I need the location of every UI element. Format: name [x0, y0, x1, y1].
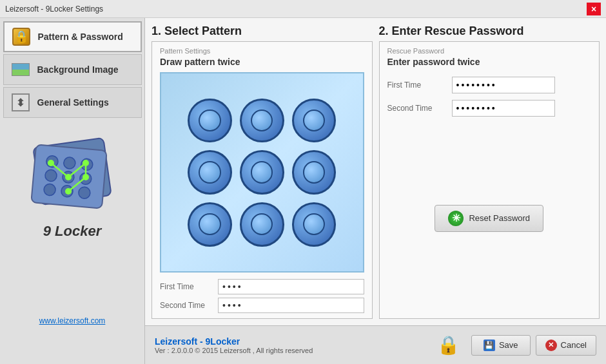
- password-panel-title: 2. Enter Rescue Password: [379, 24, 600, 38]
- save-label: Save: [499, 340, 518, 350]
- pattern-second-time-label: Second Time: [160, 301, 211, 310]
- app-name: 9 Locker: [43, 223, 102, 240]
- pattern-dot-inner-1: [199, 110, 220, 131]
- pattern-panel-title: 1. Select Pattern: [152, 24, 373, 38]
- company-name: Leizersoft - 9Locker: [155, 336, 313, 347]
- pattern-panel: 1. Select Pattern Pattern Settings Draw …: [152, 24, 373, 319]
- svg-point-21: [65, 174, 72, 180]
- lock-icon: [12, 28, 30, 46]
- logo-area: 9 Locker www.leizersoft.com: [17, 129, 127, 364]
- sidebar-item-label-pattern: Pattern & Password: [38, 32, 123, 42]
- pattern-dot-inner-3: [303, 110, 325, 131]
- pattern-dot-4[interactable]: [188, 150, 232, 195]
- pattern-group-box: Pattern Settings Draw pattern twice: [152, 41, 373, 319]
- pattern-dot-9[interactable]: [292, 202, 337, 247]
- pattern-grid-container[interactable]: [160, 72, 364, 273]
- pattern-dot-inner-6: [303, 161, 325, 183]
- svg-point-17: [43, 184, 56, 196]
- close-button[interactable]: ×: [587, 3, 601, 15]
- sidebar: Pattern & Password Background Image ⬍ Ge…: [0, 18, 145, 364]
- pattern-dot-inner-7: [199, 213, 220, 235]
- password-second-time-label: Second Time: [387, 104, 445, 113]
- sidebar-item-background[interactable]: Background Image: [3, 54, 142, 85]
- image-icon: [12, 63, 30, 76]
- pattern-first-time-row: First Time: [160, 279, 364, 294]
- pattern-second-time-row: Second Time: [160, 298, 364, 313]
- save-disk-icon: 💾: [484, 340, 495, 351]
- bottom-bar: Leizersoft - 9Locker Ver : 2.0.0.0 © 201…: [145, 325, 606, 364]
- rescue-legend: Rescue Password: [387, 47, 592, 55]
- pattern-subtitle: Draw pattern twice: [160, 57, 364, 67]
- background-icon-box: [10, 59, 31, 80]
- general-icon-box: ⬍: [10, 92, 31, 113]
- pattern-grid[interactable]: [188, 99, 336, 247]
- reset-star-icon: ✳: [448, 211, 464, 226]
- copyright-text: Ver : 2.0.0.0 © 2015 Leizersoft , All ri…: [155, 347, 313, 354]
- rescue-subtitle: Enter password twice: [387, 57, 592, 67]
- svg-point-24: [65, 188, 72, 195]
- app-logo: [17, 129, 127, 220]
- settings-icon: ⬍: [12, 93, 30, 111]
- pattern-dot-inner-4: [199, 161, 220, 183]
- pattern-dot-1[interactable]: [188, 99, 232, 143]
- cancel-button[interactable]: ✕ Cancel: [536, 335, 596, 356]
- bottom-left: Leizersoft - 9Locker Ver : 2.0.0.0 © 201…: [155, 336, 313, 354]
- pattern-dot-inner-2: [251, 110, 273, 131]
- pattern-dot-5[interactable]: [240, 150, 284, 195]
- pattern-icon-box: [11, 26, 32, 47]
- sidebar-item-pattern[interactable]: Pattern & Password: [3, 21, 142, 52]
- pattern-dot-inner-5: [251, 161, 273, 183]
- pattern-dot-6[interactable]: [292, 150, 337, 195]
- sidebar-item-label-general: General Settings: [37, 97, 109, 108]
- bottom-right: 🔒 💾 Save ✕ Cancel: [437, 334, 596, 356]
- window-title: Leizersoft - 9Locker Settings: [5, 5, 103, 14]
- pattern-inputs: First Time Second Time: [160, 279, 364, 313]
- rescue-group-box: Rescue Password Enter password twice Fir…: [379, 41, 600, 319]
- password-first-time-row: First Time: [387, 77, 592, 93]
- pattern-dot-2[interactable]: [240, 99, 284, 143]
- lock-bottom-icon: 🔒: [437, 334, 460, 356]
- content-area: 1. Select Pattern Pattern Settings Draw …: [145, 18, 606, 364]
- pattern-first-time-label: First Time: [160, 282, 211, 291]
- svg-point-23: [83, 174, 89, 180]
- cancel-x-icon: ✕: [545, 340, 557, 351]
- reset-password-button[interactable]: ✳ Reset Password: [435, 205, 543, 232]
- svg-point-20: [48, 160, 54, 166]
- svg-point-19: [78, 186, 91, 199]
- reset-btn-area: ✳ Reset Password: [387, 123, 592, 313]
- pattern-dot-inner-8: [251, 213, 273, 235]
- svg-point-22: [83, 160, 89, 166]
- reset-btn-label: Reset Password: [469, 213, 530, 223]
- pattern-second-time-input[interactable]: [218, 298, 364, 313]
- save-button[interactable]: 💾 Save: [471, 335, 531, 356]
- cancel-label: Cancel: [561, 340, 587, 350]
- pattern-dot-3[interactable]: [292, 99, 337, 143]
- pattern-legend: Pattern Settings: [160, 47, 364, 55]
- title-bar: Leizersoft - 9Locker Settings ×: [0, 0, 606, 18]
- panels-row: 1. Select Pattern Pattern Settings Draw …: [145, 18, 606, 325]
- pattern-dot-inner-9: [303, 213, 325, 235]
- svg-point-12: [63, 157, 76, 169]
- svg-point-14: [44, 169, 57, 182]
- sidebar-item-label-background: Background Image: [37, 64, 119, 75]
- pattern-first-time-input[interactable]: [218, 279, 364, 294]
- main-container: Pattern & Password Background Image ⬍ Ge…: [0, 18, 606, 364]
- password-panel: 2. Enter Rescue Password Rescue Password…: [379, 24, 600, 319]
- password-second-time-row: Second Time: [387, 100, 592, 117]
- password-second-time-input[interactable]: [452, 100, 555, 117]
- pattern-dot-8[interactable]: [240, 202, 284, 247]
- password-first-time-input[interactable]: [452, 77, 555, 93]
- website-link[interactable]: www.leizersoft.com: [39, 316, 106, 325]
- password-first-time-label: First Time: [387, 81, 445, 90]
- sidebar-item-general[interactable]: ⬍ General Settings: [3, 87, 142, 118]
- pattern-dot-7[interactable]: [188, 202, 232, 247]
